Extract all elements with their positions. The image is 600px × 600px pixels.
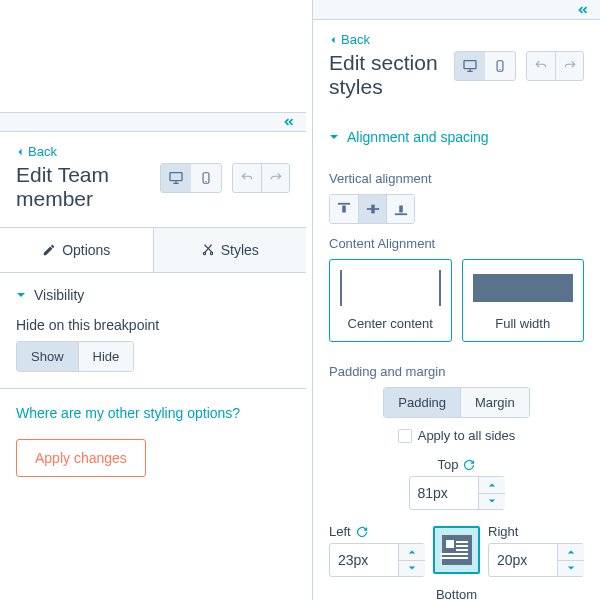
section-body: Hide on this breakpoint Show Hide Where … [0, 317, 306, 493]
align-middle[interactable] [358, 195, 386, 223]
left-up[interactable] [399, 544, 425, 560]
vertical-alignment-label: Vertical alignment [329, 171, 584, 186]
chevron-up-icon [408, 548, 416, 556]
left-label: Left [329, 524, 425, 539]
chevron-down-icon [567, 564, 575, 572]
chevron-down-icon [329, 132, 339, 142]
chevron-left-icon [329, 36, 337, 44]
styling-options-link[interactable]: Where are my other styling options? [16, 405, 290, 421]
tab-styles[interactable]: Styles [154, 228, 307, 272]
reset-icon[interactable] [356, 526, 368, 538]
padding-right-block: Right [488, 524, 584, 577]
divider [0, 388, 306, 389]
mobile-icon [199, 171, 213, 185]
back-label: Back [341, 32, 370, 47]
padding-button[interactable]: Padding [384, 388, 460, 417]
scissors-icon [201, 243, 215, 257]
svg-rect-9 [371, 205, 375, 214]
svg-rect-6 [338, 203, 350, 205]
desktop-icon [462, 58, 478, 74]
tab-bar: Options Styles [0, 227, 306, 273]
undo-icon [240, 171, 254, 185]
right-down[interactable] [558, 560, 584, 577]
chevron-down-icon [488, 497, 496, 505]
top-up[interactable] [479, 477, 505, 493]
hide-button[interactable]: Hide [78, 342, 134, 371]
padding-lr-row: Left Right [329, 524, 584, 577]
top-input[interactable] [410, 477, 478, 509]
left-spinner [329, 543, 425, 577]
padding-margin-label: Padding and margin [329, 364, 584, 379]
svg-point-3 [210, 252, 212, 254]
vertical-alignment-toggle [329, 194, 415, 224]
left-panel: Back Edit Team member [0, 112, 306, 493]
panel-title: Edit Team member [16, 163, 160, 211]
apply-changes-button[interactable]: Apply changes [16, 439, 146, 477]
apply-all-sides-row[interactable]: Apply to all sides [329, 428, 584, 443]
show-button[interactable]: Show [17, 342, 78, 371]
redo-icon [269, 171, 283, 185]
svg-rect-4 [464, 60, 476, 68]
device-mobile[interactable] [485, 52, 515, 80]
svg-rect-10 [394, 213, 406, 215]
undo-button[interactable] [233, 164, 261, 192]
align-bottom[interactable] [386, 195, 414, 223]
device-desktop[interactable] [161, 164, 191, 192]
padding-top-block: Top [329, 457, 584, 510]
section-alignment-toggle[interactable]: Alignment and spacing [313, 115, 600, 159]
align-bottom-icon [394, 202, 408, 216]
right-panel: Back Edit section styles [312, 0, 600, 600]
panel-title-right: Edit section styles [329, 51, 454, 99]
chevron-down-icon [408, 564, 416, 572]
history-buttons-right [526, 51, 584, 81]
right-up[interactable] [558, 544, 584, 560]
section-visibility-toggle[interactable]: Visibility [0, 273, 306, 317]
card-center-preview [340, 270, 441, 306]
left-down[interactable] [399, 560, 425, 577]
card-full-preview [473, 270, 574, 306]
collapse-rail-left[interactable] [0, 112, 306, 132]
undo-icon [534, 59, 548, 73]
collapse-rail-right[interactable] [313, 0, 600, 20]
device-mobile[interactable] [191, 164, 221, 192]
back-link[interactable]: Back [16, 144, 160, 159]
card-center-content[interactable]: Center content [329, 259, 452, 342]
tab-options[interactable]: Options [0, 228, 154, 272]
panel-header-right: Back Edit section styles [313, 20, 600, 115]
redo-icon [563, 59, 577, 73]
chevron-down-icon [16, 290, 26, 300]
top-down[interactable] [479, 493, 505, 510]
padding-left-block: Left [329, 524, 425, 577]
margin-button[interactable]: Margin [460, 388, 529, 417]
mobile-icon [493, 59, 507, 73]
pencil-icon [42, 243, 56, 257]
top-label: Top [438, 457, 476, 472]
redo-button[interactable] [555, 52, 583, 80]
right-input[interactable] [489, 544, 557, 576]
reset-icon[interactable] [463, 459, 475, 471]
chevron-up-icon [567, 548, 575, 556]
back-link-right[interactable]: Back [329, 32, 454, 47]
left-input[interactable] [330, 544, 398, 576]
bottom-label: Bottom [436, 587, 477, 600]
right-spinner [488, 543, 584, 577]
content-alignment-label: Content Alignment [329, 236, 584, 251]
svg-rect-0 [170, 172, 182, 180]
align-top-icon [337, 202, 351, 216]
right-body: Vertical alignment Content Alignment Cen… [313, 159, 600, 600]
align-top[interactable] [330, 195, 358, 223]
desktop-icon [168, 170, 184, 186]
padding-bottom-block: Bottom [329, 587, 584, 600]
chevron-left-icon [16, 148, 24, 156]
content-alignment-cards: Center content Full width [329, 259, 584, 342]
device-toggle-right [454, 51, 516, 81]
padding-margin-toggle: Padding Margin [383, 387, 529, 418]
device-desktop[interactable] [455, 52, 485, 80]
history-buttons [232, 163, 290, 193]
undo-button[interactable] [527, 52, 555, 80]
section-alignment-label: Alignment and spacing [347, 129, 489, 145]
chevron-up-icon [488, 481, 496, 489]
redo-button[interactable] [261, 164, 289, 192]
card-full-width[interactable]: Full width [462, 259, 585, 342]
svg-rect-11 [399, 206, 403, 213]
